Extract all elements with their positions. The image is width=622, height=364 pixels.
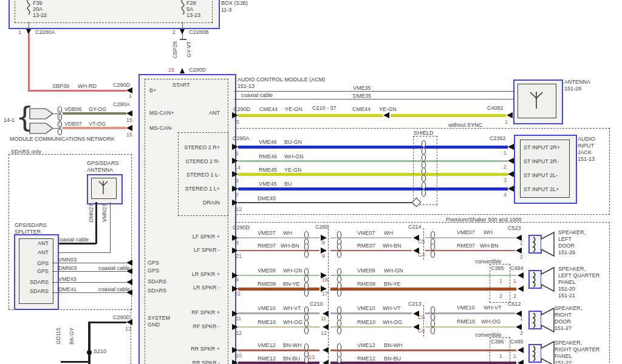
cbp28-color: GY-VT bbox=[186, 41, 192, 58]
cme44-wire-1 bbox=[238, 114, 383, 117]
c4-label-rf: C4 bbox=[418, 328, 425, 334]
acm-pin-rf-plus: RF SPKR + bbox=[183, 309, 220, 315]
rme10-c3: RME10 bbox=[457, 318, 475, 325]
acm-pin-mscan-minus: MS-CAN- bbox=[149, 125, 173, 131]
c260-pin-16: 16 bbox=[322, 277, 328, 283]
stereo-pin-14: 14 bbox=[234, 164, 241, 170]
gd115-wire-v bbox=[88, 322, 91, 364]
c5-label-rf: C5 bbox=[418, 314, 425, 320]
acm-pin-lr-plus: LR SPKR + bbox=[183, 271, 220, 277]
vme45-circuit: VME45 bbox=[259, 181, 277, 187]
antenna-icon bbox=[98, 180, 109, 195]
c290d-pin15: 15 bbox=[168, 67, 174, 73]
dme41-note: coaxial cable bbox=[98, 286, 130, 292]
jack-pin-1: 1 bbox=[504, 150, 507, 156]
rme12-k2: BN-BU bbox=[384, 356, 401, 362]
rme07-k1: WH-BN bbox=[281, 243, 299, 249]
sdars-caption: SDARS only bbox=[11, 149, 41, 155]
dme41-wire bbox=[52, 292, 126, 293]
without-sync-label: without SYNC bbox=[448, 122, 482, 128]
lf-minus-pin: 21 bbox=[236, 253, 242, 259]
gps-coax-v1 bbox=[95, 202, 97, 244]
rme07-k3: WH-BN bbox=[480, 243, 499, 249]
rf-minus-pin: 12 bbox=[236, 330, 242, 336]
connector-arrow-left bbox=[518, 272, 524, 278]
spk-rr-name-3: PANEL bbox=[555, 353, 572, 359]
rme10-c2: RME10 bbox=[357, 319, 375, 325]
vme10-c1: VME10 bbox=[258, 305, 276, 311]
c210-pin-11: 11 bbox=[321, 315, 326, 322]
connector-arrow-right bbox=[232, 200, 238, 206]
vme09-c2: VME09 bbox=[357, 268, 375, 274]
c2362-label: C2362 bbox=[490, 135, 506, 141]
connector-arrow-left bbox=[126, 279, 132, 285]
cbp28-lead-top bbox=[182, 34, 183, 39]
connector-arrow-left bbox=[508, 158, 514, 164]
connector-arrow-left bbox=[126, 125, 132, 131]
vme45-color: BU bbox=[284, 181, 292, 187]
twisted-pair-icon bbox=[337, 243, 342, 258]
lr-plus-pin: 9 bbox=[236, 277, 239, 283]
vme43-label: VME43 bbox=[58, 276, 77, 282]
vme12-wire-2 bbox=[330, 349, 516, 351]
jack-title-2: INPUT bbox=[578, 143, 594, 149]
twisted-pair-link bbox=[60, 110, 60, 130]
rme10-k1: WH-OG bbox=[283, 319, 302, 325]
vme10-c3: VME10 bbox=[457, 305, 475, 311]
connector-arrow-left bbox=[518, 286, 524, 292]
c214-label: C214 bbox=[408, 224, 422, 230]
c290a-label: C290A bbox=[113, 101, 130, 107]
connector-arrow-left bbox=[323, 347, 329, 353]
cme44-conn-l: C290D bbox=[233, 106, 250, 112]
vme09-k2: WH-GN bbox=[384, 268, 403, 274]
c2280b-pin: 2 bbox=[173, 29, 176, 35]
dmn03-wire bbox=[52, 271, 126, 272]
acm-pin-lr-minus: LR SPKR - bbox=[183, 285, 220, 291]
spk-lf-ref: 151-26 bbox=[558, 249, 575, 255]
spk-rf-name-2: RIGHT bbox=[555, 312, 572, 318]
fuse1-ref: 13-22 bbox=[33, 12, 47, 18]
jack-title-3: JACK bbox=[578, 149, 592, 155]
shield-label: SHIELD bbox=[414, 130, 434, 136]
stereo-pin-7: 7 bbox=[236, 192, 239, 198]
spk-lr-ref-2: 151-21 bbox=[558, 292, 575, 298]
rme12-c2: RME12 bbox=[357, 356, 375, 362]
connector-arrow-left bbox=[518, 347, 524, 353]
rme10-wire-3 bbox=[425, 326, 515, 328]
coax-line-vme35 bbox=[234, 91, 513, 92]
vme45-wire bbox=[238, 187, 508, 190]
fuse-icon bbox=[26, 0, 32, 15]
spk-rr-ref: 151-22 bbox=[555, 360, 572, 364]
network-connector-icon bbox=[29, 123, 53, 134]
connector-arrow-left bbox=[126, 268, 132, 274]
c260-pin-17: 17 bbox=[322, 291, 328, 297]
splitter-pin-gps1: GPS bbox=[24, 260, 49, 266]
rme45-circuit: RME45 bbox=[259, 167, 277, 173]
rme10-k2: WH-OG bbox=[383, 319, 402, 325]
cme44-circuit2: CME44 bbox=[352, 106, 371, 112]
connector-arrow-right bbox=[232, 360, 238, 364]
rme10-wire-2 bbox=[330, 326, 412, 328]
connector-arrow-left bbox=[323, 360, 329, 364]
connector-arrow-left bbox=[323, 324, 329, 330]
vdb07-pin: 16 bbox=[126, 132, 132, 138]
acm-pin-lf-minus: LF SPKR - bbox=[183, 247, 220, 253]
vme10-wire-2 bbox=[330, 312, 412, 314]
spk-lf-name-2: LEFT bbox=[558, 236, 572, 242]
twisted-pair-icon bbox=[421, 181, 426, 197]
splice-label: S210 bbox=[94, 348, 106, 354]
rme07-k2: WH-BN bbox=[383, 243, 402, 249]
rf-plus-pin: 11 bbox=[236, 315, 241, 322]
vdb06-pin: 15 bbox=[126, 117, 132, 123]
c523-pin-2: 2 bbox=[520, 254, 523, 260]
acm-pin-drain: DRAIN bbox=[183, 200, 220, 206]
c395-label: C395 bbox=[491, 265, 504, 271]
rme09-c2: RME09 bbox=[357, 281, 375, 287]
vdb07-color: VT-OG bbox=[89, 121, 106, 127]
antenna-title: ANTENNA bbox=[564, 79, 590, 85]
vme09-k1: WH-GN bbox=[283, 268, 302, 274]
c210-pin-13: 13 bbox=[309, 354, 315, 360]
c612-label: C612 bbox=[508, 301, 521, 307]
acm-pin-gps1: GPS bbox=[148, 260, 159, 266]
c5-label: C5 bbox=[418, 238, 425, 244]
